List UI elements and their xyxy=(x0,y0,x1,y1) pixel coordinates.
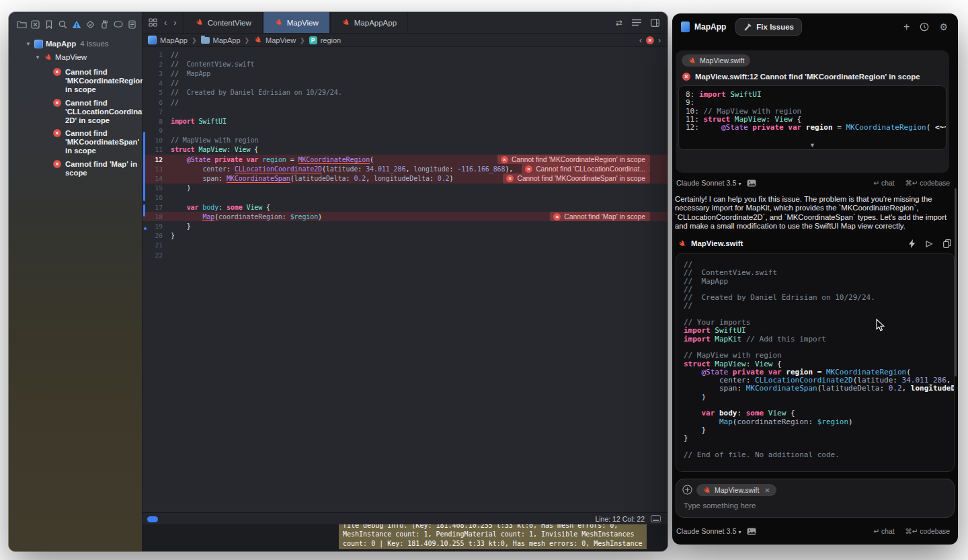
breakpoint-icon[interactable] xyxy=(113,19,124,30)
editor-tab-mapappapp[interactable]: MapAppApp xyxy=(330,12,408,33)
quick-apply-icon[interactable] xyxy=(909,239,916,248)
inline-error-badge[interactable]: × Cannot find 'MKCoordinateRegion' in sc… xyxy=(497,155,650,164)
issues-icon[interactable] xyxy=(71,19,82,30)
swift-file-icon xyxy=(688,56,696,65)
assistant-window: MapApp Fix Issues + ⚙ MapView.swift × Ma… xyxy=(672,13,958,545)
project-doc-icon xyxy=(681,22,690,32)
error-message: MapView.swift:12 Cannot find 'MKCoordina… xyxy=(695,73,920,81)
line-number: 3 xyxy=(143,70,163,77)
settings-gear-icon[interactable]: ⚙ xyxy=(939,22,948,32)
tab-overview-icon[interactable] xyxy=(149,18,157,27)
folder-icon[interactable] xyxy=(16,19,27,30)
test-icon[interactable] xyxy=(85,19,96,30)
adjust-editor-icon[interactable] xyxy=(632,19,641,26)
next-issue-icon[interactable]: › xyxy=(658,36,661,45)
search-icon[interactable] xyxy=(58,19,69,30)
keyboard-icon[interactable] xyxy=(651,515,661,522)
forward-icon[interactable]: › xyxy=(173,17,176,28)
line-number: 4 xyxy=(143,79,163,87)
line-number: 8 xyxy=(143,118,163,125)
context-file-pill[interactable]: MapView.swift ✕ xyxy=(696,484,776,496)
remove-context-icon[interactable]: ✕ xyxy=(764,487,770,494)
console-selected-text: file debug info. (Key: 181.408.10.255 t:… xyxy=(339,524,647,549)
add-editor-icon[interactable]: + xyxy=(651,19,659,27)
code-line: 2 // ContentView.swift xyxy=(143,59,668,69)
code-line: 20 } xyxy=(143,231,668,241)
inline-error-badge[interactable]: × Cannot find 'MKCoordinateSpan' in scop… xyxy=(503,173,650,183)
run-icon[interactable]: ▷ xyxy=(926,239,932,248)
line-number: 22 xyxy=(143,251,163,259)
history-icon[interactable] xyxy=(920,22,929,32)
code-line: 1 // xyxy=(143,50,668,59)
changes-icon[interactable] xyxy=(30,19,41,30)
editor-tab-mapview[interactable]: MapView xyxy=(263,12,330,33)
chat-input[interactable]: Type something here xyxy=(684,502,756,510)
swift-file-icon xyxy=(341,18,350,27)
tab-bar: ‹ › ContentView MapView MapAppApp ⇄ + xyxy=(143,12,668,34)
add-context-icon[interactable] xyxy=(682,485,692,495)
code-line: 22 xyxy=(143,250,668,259)
codebase-shortcut[interactable]: ⌘↵ codebase xyxy=(905,179,950,187)
proposed-code-block[interactable]: // // ContentView.swift // MapApp // // … xyxy=(676,253,955,472)
navigator-group-row[interactable]: ▾ MapView xyxy=(9,51,139,63)
editor-tab-contentview[interactable]: ContentView xyxy=(184,12,263,33)
report-icon[interactable] xyxy=(126,19,137,30)
breadcrumb-item[interactable]: MapView xyxy=(253,36,296,44)
model-selector[interactable]: Claude Sonnet 3.5 ▾ xyxy=(676,179,741,187)
code-review-icon[interactable]: ⇄ xyxy=(616,18,622,28)
bookmark-icon[interactable] xyxy=(44,19,54,30)
change-dot xyxy=(144,227,147,230)
swift-file-icon xyxy=(195,18,204,27)
error-icon: × xyxy=(525,165,532,173)
code-editor[interactable]: 1 // 2 // ContentView.swift 3 // MapApp … xyxy=(143,47,668,512)
error-icon: × xyxy=(553,213,561,221)
mouse-cursor xyxy=(876,319,886,332)
swift-file-icon xyxy=(678,239,686,248)
debug-icon[interactable] xyxy=(99,19,110,30)
copy-icon[interactable] xyxy=(943,239,951,248)
error-icon: × xyxy=(682,73,690,81)
debug-console[interactable]: file debug info. (Key: 181.408.10.255 t:… xyxy=(143,524,668,551)
image-attach-icon[interactable] xyxy=(747,179,756,187)
line-number: 17 xyxy=(143,204,163,211)
expand-chevron-icon[interactable]: ▼ xyxy=(679,142,946,149)
chevron-down-icon[interactable]: ▾ xyxy=(34,54,41,61)
chat-shortcut[interactable]: ↵ chat xyxy=(874,527,895,535)
error-badge-icon[interactable]: × xyxy=(646,36,654,44)
back-icon[interactable]: ‹ xyxy=(164,17,167,28)
issue-item[interactable]: × Cannot find 'MKCoordinateRegion' in sc… xyxy=(9,68,139,94)
chevron-down-icon[interactable]: ▾ xyxy=(25,40,32,47)
image-attach-icon[interactable] xyxy=(747,528,756,535)
scrollbar[interactable] xyxy=(955,188,957,376)
editor-status-bar: Line: 12 Col: 22 xyxy=(143,512,668,524)
file-pill[interactable]: MapView.swift xyxy=(682,54,750,67)
chat-shortcut[interactable]: ↵ chat xyxy=(874,179,895,187)
inline-error-badge[interactable]: × Cannot find 'Map' in scope xyxy=(550,212,650,221)
code-line: 8 import SwiftUI xyxy=(143,116,668,126)
tab-fix-issues[interactable]: Fix Issues xyxy=(735,18,802,36)
code-line: 18 Map(coordinateRegion: $region) × Cann… xyxy=(143,212,668,221)
model-selector[interactable]: Claude Sonnet 3.5 ▾ xyxy=(676,527,741,535)
codebase-shortcut[interactable]: ⌘↵ codebase xyxy=(905,527,950,535)
navigator-project-row[interactable]: ▾ MapApp 4 issues xyxy=(9,38,139,50)
assistant-header: MapApp Fix Issues + ⚙ xyxy=(672,13,958,40)
breadcrumb-item[interactable]: MapApp xyxy=(201,36,241,44)
issue-item[interactable]: × Cannot find 'Map' in scope xyxy=(9,160,139,177)
inline-error-badge[interactable]: × Cannot find 'CLLocationCoordinat... xyxy=(522,164,650,173)
line-number: 20 xyxy=(143,232,163,239)
error-code-snippet: 8: import SwiftUI 9: 10: // MapView with… xyxy=(678,85,946,150)
code-line: 4 // xyxy=(143,79,668,88)
breakpoint-pill-icon[interactable] xyxy=(147,516,158,522)
issue-item[interactable]: × Cannot find 'CLLocationCoordinate2D' i… xyxy=(9,99,139,125)
breadcrumb-item[interactable]: MapApp xyxy=(148,36,188,44)
swift-file-icon xyxy=(253,36,262,44)
issue-item[interactable]: × Cannot find 'MKCoordinateSpan' in scop… xyxy=(9,129,139,155)
code-line: 7 xyxy=(143,107,668,116)
line-number: 18 xyxy=(143,213,163,221)
error-icon: × xyxy=(53,129,61,137)
line-number: 16 xyxy=(143,194,163,201)
new-chat-icon[interactable]: + xyxy=(903,21,910,33)
breadcrumb-item[interactable]: Pregion xyxy=(309,36,341,44)
chat-input-card[interactable]: MapView.swift ✕ Type something here xyxy=(676,479,955,518)
prev-issue-icon[interactable]: ‹ xyxy=(639,36,642,45)
